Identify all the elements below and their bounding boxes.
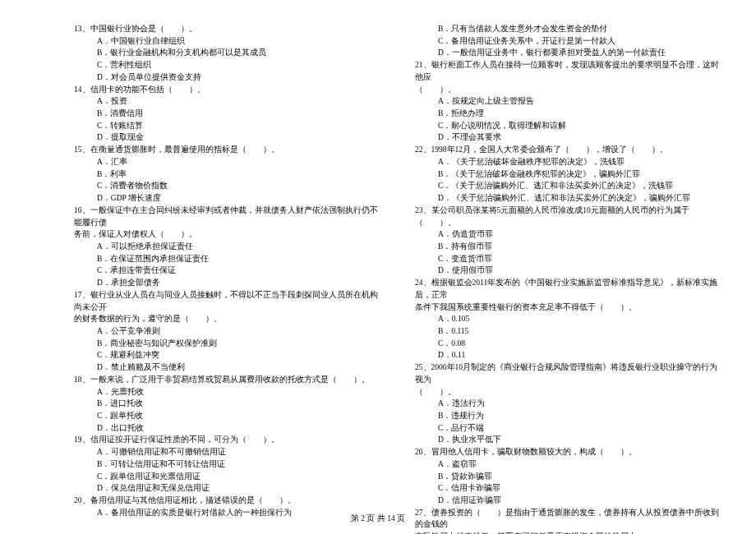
q21-opt-c: C．耐心说明情况，取得理解和谅解 [415,120,723,132]
q25-opt-c: C．品行不端 [415,422,723,435]
q18-stem: 18、一般来说，广泛用于非贸易结算或贸易从属费用收款的托收方式是（ ）。 [74,374,382,386]
q21-stem-1: 21、银行柜面工作人员在接待一位顾客时，发现该顾客提出的要求明显不合理，这时他应 [415,59,723,83]
q26-opt-b: B．贷款诈骗罪 [415,471,723,483]
q16-opt-c: C．承担连带责任保证 [74,265,382,277]
q15-opt-b: B．利率 [74,168,382,181]
q26-opt-c: C．信用卡诈骗罪 [415,482,723,495]
q18-opt-d: D．出口托收 [74,422,382,435]
q17-opt-a: A．公平竞争准则 [74,325,382,338]
q19-stem: 19、信用证按开证行保证性质的不同，可分为（ ）。 [74,434,382,446]
q17-opt-c: C．规避利益冲突 [74,349,382,361]
q24-opt-c: C．0.08 [415,338,723,350]
q24-stem-1: 24、根据银监会2011年发布的《中国银行业实施新监管标准指导意见》，新标准实施… [415,277,723,301]
q14-opt-b: B．消费信用 [74,108,382,120]
q26-opt-d: D．信用证诈骗罪 [415,495,723,507]
q13-opt-b: B．银行业金融机构和分支机构都可以是其成员 [74,47,382,59]
exam-page: 13、中国银行业协会是（ ）。 A．中国银行业自律组织 B．银行业金融机构和分支… [0,0,756,534]
q19-opt-c: C．跟单信用证和光票信用证 [74,471,382,483]
q19-opt-d: D．保兑信用证和无保兑信用证 [74,482,382,495]
q21-stem-2: （ ）。 [415,84,723,96]
q17-opt-b: B．商业秘密与知识产权保护准则 [74,338,382,350]
q24-opt-d: D．0.11 [415,349,723,361]
q25-opt-d: D．执业水平低下 [415,434,723,446]
q14-opt-c: C．转账结算 [74,120,382,132]
q18-opt-c: C．跟单托收 [74,410,382,422]
q22-opt-a: A．《关于惩治破坏金融秩序犯罪的决定》，洗钱罪 [415,156,723,168]
q25-stem-2: （ ）。 [415,386,723,398]
q23-opt-b: B．持有假币罪 [415,241,723,253]
q19-opt-b: B．可转让信用证和不可转让信用证 [74,458,382,471]
q24-stem-2: 条件下我国系统重要性银行的资本充足率不得低于（ ）。 [415,302,723,314]
q17-stem-1: 17、银行业从业人员在与同业人员接触时，不得以不正当手段刺探同业人员所在机构尚未… [74,289,382,313]
q18-opt-a: A．光票托收 [74,386,382,398]
q14-stem: 14、信用卡的功能不包括（ ）。 [74,84,382,96]
right-column: B．只有当借款人发生意外才会发生资金的垫付 C．备用信用证业务关系中，开证行是第… [415,23,723,534]
q21-opt-d: D．不理会其要求 [415,131,723,144]
q15-opt-a: A．汇率 [74,156,382,168]
q23-stem: 23、某公司职员张某将5元面额的人民币涂改成10元面额的人民币的行为属于（ ）。 [415,205,723,228]
q23-opt-a: A．伪造货币罪 [415,228,723,241]
q27-stem-2: 实际购买力越来越低，甚至有可能低于原来投资金额的购买力。 [415,531,723,534]
q13-stem: 13、中国银行业协会是（ ）。 [74,23,382,35]
q20-stem: 20、备用信用证与其他信用证相比，描述错误的是（ ）。 [74,495,382,507]
q20-opt-b: B．只有当借款人发生意外才会发生资金的垫付 [415,23,723,35]
q20-opt-d: D．一般信用证业务中，银行都要承担对受益人的第一付款责任 [415,47,723,59]
left-column: 13、中国银行业协会是（ ）。 A．中国银行业自律组织 B．银行业金融机构和分支… [74,23,382,534]
q24-opt-a: A．0.105 [415,313,723,325]
q20-opt-c: C．备用信用证业务关系中，开证行是第一付款人 [415,35,723,48]
q22-opt-c: C．《关于惩治骗购外汇、逃汇和非法买卖外汇的决定》，洗钱罪 [415,180,723,192]
q16-stem-2: 务前，保证人对债权人（ ）。 [74,228,382,241]
q17-stem-2: 的财务数据的行为，遵守的是（ ）。 [74,313,382,325]
q16-opt-a: A．可以拒绝承担保证责任 [74,241,382,253]
q16-opt-d: D．承担全部债务 [74,277,382,289]
q15-opt-d: D．GDP 增长速度 [74,192,382,205]
q26-opt-a: A．盗窃罪 [415,458,723,471]
q13-opt-d: D．对会员单位提供资金支持 [74,71,382,84]
q13-opt-c: C．营利性组织 [74,59,382,71]
q24-opt-b: B．0.115 [415,325,723,338]
q21-opt-a: A．按规定向上级主管报告 [415,95,723,108]
q15-opt-c: C．消费者物价指数 [74,180,382,192]
q25-opt-b: B．违规行为 [415,410,723,422]
q22-opt-b: B．《关于惩治破坏金融秩序犯罪的决定》，骗购外汇罪 [415,168,723,181]
q16-opt-b: B．在保证范围内承担保证责任 [74,253,382,265]
q14-opt-a: A．投资 [74,95,382,108]
q16-stem-1: 16、一般保证中在主合同纠纷未经审判或者仲裁，并就债务人财产依法强制执行仍不能履… [74,205,382,228]
q26-stem: 26、冒用他人信用卡，骗取财物数额较大的，构成（ ）。 [415,446,723,458]
q21-opt-b: B．拒绝办理 [415,108,723,120]
q25-stem-1: 25、2006年10月制定的《商业银行合规风险管理指南》将违反银行业职业操守的行… [415,361,723,385]
q22-opt-d: D．《关于惩治骗购外汇、逃汇和非法买卖外汇的决定》，骗购外汇罪 [415,192,723,205]
q15-stem: 15、在衡量通货膨胀时，最普遍使用的指标是（ ）。 [74,144,382,156]
q22-stem: 22、1998年12月，全国人大常委会颁布了（ ），增设了（ ）。 [415,144,723,156]
q25-opt-a: A．违法行为 [415,398,723,410]
q13-opt-a: A．中国银行业自律组织 [74,35,382,48]
q19-opt-a: A．可撤销信用证和不可撤销信用证 [74,446,382,458]
q23-opt-d: D．使用假币罪 [415,265,723,277]
q17-opt-d: D．禁止贿赂及不当便利 [74,361,382,374]
page-footer: 第 2 页 共 14 页 [0,513,756,524]
q18-opt-b: B．进口托收 [74,398,382,410]
q14-opt-d: D．提取现金 [74,131,382,144]
q23-opt-c: C．变造货币罪 [415,253,723,265]
